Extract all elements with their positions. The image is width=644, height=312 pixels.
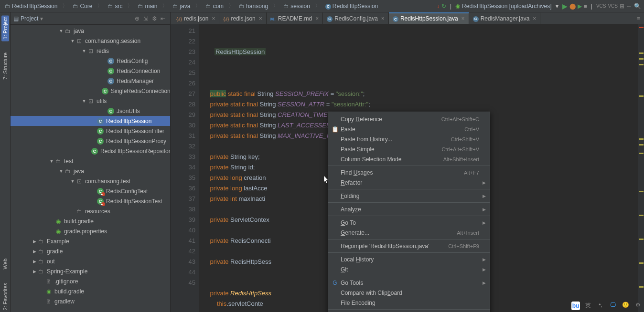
line-number[interactable]: 37	[171, 194, 195, 204]
tree-node[interactable]: ▼⊡utils	[11, 96, 170, 106]
code-line[interactable]	[203, 78, 644, 89]
structure-icon[interactable]: ⊞	[620, 3, 624, 10]
tree-node[interactable]: CRedisHttpSessionProxy	[11, 136, 170, 146]
line-number[interactable]: 23	[171, 47, 195, 57]
line-number[interactable]: 28	[171, 99, 195, 110]
expand-arrow-icon[interactable]: ▼	[81, 49, 87, 53]
collapse-all-icon[interactable]: ⇲	[141, 14, 150, 23]
line-number[interactable]: 25	[171, 68, 195, 78]
settings-gear-icon[interactable]: ⚙	[150, 14, 159, 23]
back-icon[interactable]: ←	[626, 3, 632, 10]
line-number[interactable]: 26	[171, 78, 195, 89]
search-icon[interactable]: 🔍	[634, 3, 641, 10]
tree-node[interactable]: CRedisManager	[11, 76, 170, 86]
line-number[interactable]: 40	[171, 225, 195, 236]
close-tab-icon[interactable]: ×	[381, 15, 385, 22]
line-number[interactable]: 43	[171, 257, 195, 267]
error-stripe[interactable]	[638, 24, 644, 312]
line-number[interactable]: 27	[171, 89, 195, 99]
breadcrumb-item[interactable]: 🗀RedisHttpSession	[3, 2, 59, 10]
vcs-icon[interactable]: VCS	[608, 3, 618, 9]
tree-node[interactable]: CRedisConnection	[11, 66, 170, 76]
editor-tab[interactable]: {J}redis.json×	[172, 12, 219, 24]
editor-tab[interactable]: M↓README.md×	[267, 12, 323, 24]
expand-arrow-icon[interactable]: ▼	[58, 29, 64, 33]
scroll-from-source-icon[interactable]: ⊕	[133, 14, 141, 23]
project-panel-title[interactable]: Project	[21, 15, 38, 22]
debug-button[interactable]: ⬤	[569, 3, 576, 10]
editor-tab[interactable]: CRedisManager.java×	[469, 12, 541, 24]
tree-node[interactable]: ▶🗀out	[11, 256, 170, 266]
tree-node[interactable]: 🗎.gitignore	[11, 276, 170, 286]
line-number[interactable]: 45	[171, 278, 195, 288]
tree-node[interactable]: ▶🗀Spring-Example	[11, 266, 170, 276]
editor-context-menu[interactable]: Copy ReferenceCtrl+Alt+Shift+C📋PasteCtrl…	[328, 112, 490, 312]
gutter-tab-project[interactable]: 1: Project	[1, 15, 9, 41]
breadcrumb-item[interactable]: 🗀com	[204, 2, 225, 10]
breadcrumb-item[interactable]: 🗀Core	[71, 2, 94, 10]
expand-arrow-icon[interactable]: ▼	[70, 39, 75, 43]
line-number[interactable]: 22	[171, 36, 195, 47]
dropdown-icon[interactable]: ▾	[40, 15, 43, 22]
tree-node[interactable]: C▸RedisConfigTest	[11, 186, 170, 196]
line-number[interactable]: 42	[171, 246, 195, 257]
gutter-tab-structure[interactable]: 7: Structure	[1, 51, 9, 82]
vcs-refresh-icon[interactable]: ↻	[441, 3, 446, 10]
punct-icon[interactable]: •,	[596, 302, 605, 310]
breadcrumb-item[interactable]: 🗀java	[171, 2, 192, 10]
stop-button[interactable]: ■	[584, 3, 587, 10]
context-menu-item[interactable]: Generate...Alt+Insert	[328, 228, 490, 238]
tree-node[interactable]: ◉build.gradle	[11, 216, 170, 226]
expand-arrow-icon[interactable]: ▼	[70, 179, 75, 184]
close-tab-icon[interactable]: ×	[533, 15, 536, 22]
tree-node[interactable]: CRedisHttpSessionRepository	[11, 146, 170, 156]
baidu-icon[interactable]: bu	[571, 302, 580, 310]
line-number[interactable]: 44	[171, 267, 195, 278]
editor-tab[interactable]: {J}redis.json×	[219, 12, 266, 24]
breadcrumb-item[interactable]: 🗀session	[281, 2, 312, 10]
expand-arrow-icon[interactable]: ▶	[32, 259, 37, 264]
context-menu-item[interactable]: Recompile 'RedisHttpSession.java'Ctrl+Sh…	[328, 241, 490, 251]
tree-node[interactable]: ▼⊡redis	[11, 46, 170, 56]
tree-node[interactable]: ◉build.gradle	[11, 286, 170, 296]
context-menu-item[interactable]: GGo Tools▶	[328, 278, 490, 288]
tree-node[interactable]: CRedisConfig	[11, 56, 170, 66]
breadcrumb-item[interactable]: CRedisHttpSession	[323, 1, 380, 10]
coverage-button[interactable]: ▶	[578, 3, 582, 10]
line-number[interactable]: 34	[171, 162, 195, 173]
tree-node[interactable]: ▼🗀java	[11, 166, 170, 176]
context-menu-item[interactable]: Paste SimpleCtrl+Alt+Shift+V	[328, 144, 490, 154]
close-tab-icon[interactable]: ×	[462, 15, 465, 22]
context-menu-item[interactable]: Find UsagesAlt+F7	[328, 167, 490, 177]
project-tree[interactable]: ▼🗀java▼⊡com.hansong.session▼⊡redisCRedis…	[11, 25, 170, 312]
close-tab-icon[interactable]: ×	[259, 15, 262, 22]
user-icon[interactable]: 🙂	[621, 302, 630, 310]
line-number[interactable]: 30	[171, 120, 195, 131]
tree-node[interactable]: ▶🗀Example	[11, 236, 170, 246]
vcs-icon[interactable]: VCS	[596, 3, 606, 9]
context-menu-item[interactable]: Folding▶	[328, 191, 490, 201]
gutter-tab-web[interactable]: Web	[1, 257, 9, 271]
close-tab-icon[interactable]: ×	[212, 15, 215, 22]
dropdown-icon[interactable]: ▾	[556, 3, 558, 10]
editor-tab[interactable]: CRedisConfig.java×	[323, 12, 389, 24]
tree-node[interactable]: ▼🗀test	[11, 156, 170, 166]
line-number[interactable]: 24	[171, 57, 195, 68]
ime-icon[interactable]: 英	[584, 302, 592, 310]
tree-node[interactable]: ▼⊡com.hansong.test	[11, 176, 170, 186]
monitor-icon[interactable]: 🖵	[609, 302, 617, 310]
expand-arrow-icon[interactable]: ▼	[49, 159, 54, 164]
tree-node[interactable]: 🗎gradlew	[11, 296, 170, 306]
context-menu-item[interactable]: File Encoding	[328, 298, 490, 308]
gutter-tab-favorites[interactable]: 2: Favorites	[1, 281, 9, 312]
line-number[interactable]: 31	[171, 131, 195, 141]
breadcrumb-item[interactable]: 🗀src	[106, 2, 124, 10]
expand-arrow-icon[interactable]: ▶	[32, 239, 37, 244]
hide-panel-icon[interactable]: ⇤	[159, 14, 167, 23]
line-number[interactable]: 41	[171, 236, 195, 246]
close-tab-icon[interactable]: ×	[315, 15, 319, 22]
context-menu-item[interactable]: 📋PasteCtrl+V	[328, 124, 490, 134]
line-number[interactable]: 29	[171, 110, 195, 120]
editor-tab[interactable]: CRedisHttpSession.java×	[389, 12, 469, 24]
tab-list-icon[interactable]: ≡	[633, 13, 644, 24]
